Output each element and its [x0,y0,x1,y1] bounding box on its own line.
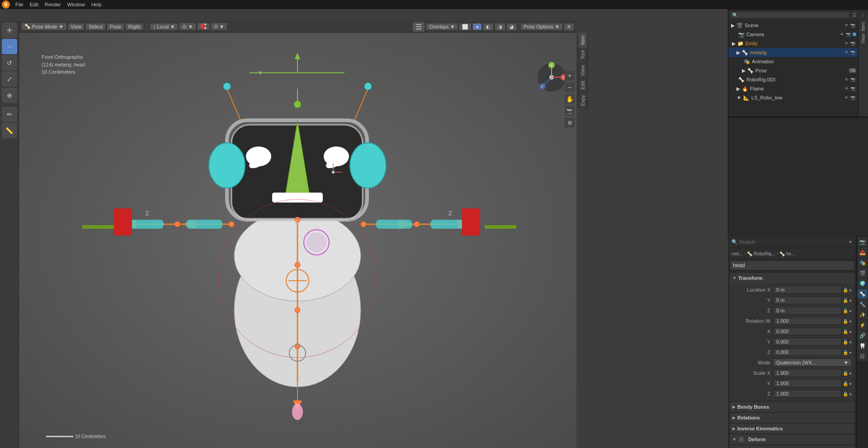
view-grid-btn[interactable]: ⊞ [565,118,575,127]
view-menu[interactable]: View [68,24,85,30]
outliner-item-pose[interactable]: ▶ 🦴 Pose 74 [728,66,858,75]
proportional-editing[interactable]: ⊙ ▼ [211,23,227,30]
scale-z-field[interactable]: 1.000 [773,390,842,398]
scale-y-lock[interactable]: 🔒 [843,381,848,386]
location-z-field[interactable]: 0 m [773,307,842,315]
outliner-item-scene[interactable]: ▶ 🎬 Scene 👁 📷 [728,21,858,30]
shading-material[interactable]: ◐ [483,24,493,30]
snap-toggle[interactable]: 🧲 [198,23,209,30]
outliner-sidebar-view[interactable]: View [860,33,867,45]
menu-help[interactable]: Help [89,1,104,8]
viewport-display-header[interactable]: ▼ Viewport Display [730,445,854,448]
rigify-menu[interactable]: Rigify [126,24,144,30]
navigation-gizmo[interactable]: X Y Z [536,61,567,93]
prop-tab-physics[interactable]: ⚡ [858,320,868,330]
bendy-bones-header[interactable]: ▶ Bendy Bones [730,402,854,412]
deform-header[interactable]: ▼ ✓ Deform [730,434,854,444]
tool-move[interactable]: ↔ [2,39,17,54]
location-y-field[interactable]: 0 m [773,296,842,304]
outliner-item-camera[interactable]: 📷 Camera 👁 📷 [728,30,858,39]
tool-cursor[interactable]: ✛ [2,23,17,38]
shading-solid[interactable]: ● [473,24,481,30]
breadcrumb-met[interactable]: met... [731,251,743,256]
breadcrumb-robori[interactable]: RoboRig... [754,251,775,256]
zoom-out-btn[interactable]: − [565,82,575,92]
pose-menu[interactable]: Pose [107,24,124,30]
scale-z-dot[interactable]: ● [849,391,852,396]
xray-toggle[interactable]: ⬜ [459,24,471,30]
close-viewport-options[interactable]: ✕ [564,24,574,30]
prop-tab-modifier[interactable]: 🔧 [858,299,868,309]
rotation-x-lock[interactable]: 🔒 [843,329,848,334]
relations-header[interactable]: ▶ Relations [730,413,854,423]
prop-tab-world[interactable]: 🌍 [858,278,868,288]
prop-tab-object[interactable]: 🦴 [858,289,868,299]
rotation-y-lock[interactable]: 🔒 [843,340,848,344]
rotation-z-field[interactable]: 0.000 [773,348,842,356]
location-x-dot[interactable]: ● [849,288,852,292]
outliner-item-emily[interactable]: ▶ 📁 Emily 👁 📷 [728,39,858,48]
transform-pivot[interactable]: ◎ ▼ [179,23,196,30]
ik-header[interactable]: ▶ Inverse Kinematics [730,424,854,434]
prop-tab-render[interactable]: 📷 [858,237,868,247]
deform-checkbox[interactable]: ✓ [738,436,745,443]
outliner-item-flame[interactable]: ▶ 🔥 Flame 👁 📷 [728,84,858,93]
select-menu[interactable]: Select [86,24,105,30]
transform-orientation[interactable]: ↕ Local ▼ [150,24,178,30]
view-camera-btn[interactable]: 📷 [565,106,575,116]
bone-name-field[interactable]: head [730,260,854,270]
location-x-field[interactable]: 0 m [773,286,842,294]
sidebar-tab-expy[interactable]: Expy [578,92,587,108]
prop-tab-scene[interactable]: 🎬 [858,268,868,278]
scale-x-lock[interactable]: 🔒 [843,371,848,376]
outliner-filter-btn[interactable]: ☰ [851,11,858,19]
tool-annotate[interactable]: ✏ [2,107,17,122]
prop-tab-constraints[interactable]: 🔗 [858,330,868,340]
location-z-lock[interactable]: 🔒 [843,308,848,313]
shading-eevee[interactable]: ◕ [507,24,517,30]
sidebar-tab-edit[interactable]: Edit [578,78,587,92]
breadcrumb-he[interactable]: he... [786,251,795,256]
tool-rotate[interactable]: ↺ [2,55,17,71]
overlays-toggle[interactable]: Overlays ▼ [426,24,458,30]
menu-window[interactable]: Window [65,1,88,8]
view-pan-btn[interactable]: ✋ [565,94,575,104]
rotation-w-field[interactable]: 1.000 [773,317,842,325]
outliner-sidebar-item[interactable]: Item [860,21,867,32]
rotation-x-field[interactable]: 0.000 [773,327,842,335]
location-y-dot[interactable]: ● [849,298,852,303]
mode-selector[interactable]: 🦴 Pose Mode ▼ [22,23,66,30]
prop-tab-bone-constraints[interactable]: ⛓ [858,351,868,361]
tool-measure[interactable]: 📏 [2,123,17,138]
rotation-w-lock[interactable]: 🔒 [843,319,848,324]
tool-scale[interactable]: ⤢ [2,71,17,87]
outliner-sort-btn[interactable]: ↕ [859,11,866,19]
rotation-y-dot[interactable]: ● [849,340,852,344]
prop-tab-bone[interactable]: 🦷 [858,341,868,351]
transform-header[interactable]: ▼ Transform [730,273,854,283]
scale-x-dot[interactable]: ● [849,371,852,376]
prop-tab-view-layer[interactable]: 🎭 [858,258,868,268]
outliner-item-animation[interactable]: 🎭 Animation [728,57,858,66]
outliner-item-metarig[interactable]: ▶ 🦴 metarig 👁 📷 [728,48,858,57]
prop-tab-particles[interactable]: ✨ [858,310,868,320]
rotation-z-dot[interactable]: ● [849,350,852,355]
rotation-x-dot[interactable]: ● [849,329,852,334]
rotation-y-field[interactable]: 0.000 [773,338,842,346]
sidebar-tab-item[interactable]: Item [578,33,587,47]
viewport-3d[interactable]: Front Orthographic (114) metarig: head 1… [19,21,576,448]
location-y-lock[interactable]: 🔒 [843,298,848,303]
shading-rendered[interactable]: ◑ [495,24,505,30]
pose-options-btn[interactable]: Pose Options ▼ [521,24,562,30]
scale-y-field[interactable]: 1.000 [773,379,842,387]
outliner-search[interactable]: 🔍 [730,11,850,19]
location-x-lock[interactable]: 🔒 [843,288,848,292]
tool-transform[interactable]: ⊕ [2,88,17,103]
rotation-z-lock[interactable]: 🔒 [843,350,848,355]
scale-x-field[interactable]: 1.000 [773,369,842,377]
gizmos-toggle[interactable]: ☰ [413,22,425,32]
prop-tab-output[interactable]: 📤 [858,247,868,257]
rotation-mode-dropdown[interactable]: Quaternion (WX... ▼ [773,358,852,367]
menu-edit[interactable]: Edit [27,1,41,8]
location-z-dot[interactable]: ● [849,308,852,313]
